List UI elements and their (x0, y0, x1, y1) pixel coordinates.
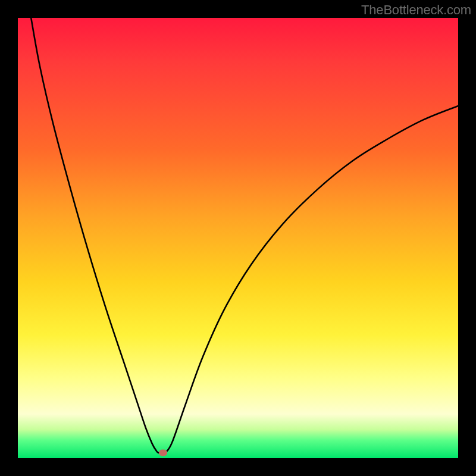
curve-left-branch (31, 18, 161, 453)
attribution-label: TheBottleneck.com (361, 2, 471, 18)
bottleneck-curve (18, 18, 458, 458)
chart-frame: TheBottleneck.com (0, 0, 476, 476)
curve-right-branch (165, 106, 458, 453)
plot-area (18, 18, 458, 458)
bottleneck-marker (159, 450, 167, 456)
